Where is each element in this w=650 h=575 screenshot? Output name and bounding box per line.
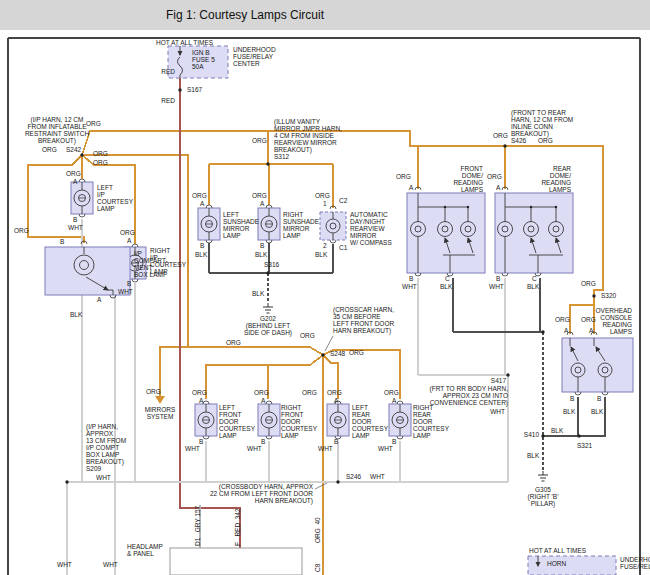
- right-front-door-courtesy-lamp: [258, 401, 280, 439]
- ground-g305-icon: [538, 471, 548, 481]
- ground-g202-icon: [263, 303, 273, 313]
- page-border: [8, 38, 640, 575]
- auto-daynight-mirror: [320, 206, 346, 243]
- headlamp-panel-switch-box: [170, 548, 302, 575]
- fuse-horn-box: [528, 556, 616, 575]
- right-sunshade-mirror-lamp: [258, 205, 280, 243]
- red-wires: [180, 78, 240, 548]
- left-ip-courtesy-lamp: [71, 179, 93, 217]
- left-rear-door-courtesy-lamp: [327, 401, 349, 439]
- overhead-console-reading-lamps: [562, 332, 633, 395]
- wiring-diagram-page: Fig 1: Courtesy Lamps Circuit: [0, 0, 650, 575]
- mirrors-system-arrow: [155, 396, 165, 404]
- left-sunshade-mirror-lamp: [198, 205, 220, 243]
- rear-dome-reading-lamps: [495, 187, 573, 276]
- left-front-door-courtesy-lamp: [195, 401, 217, 439]
- fuse-ignb-box: [168, 46, 228, 78]
- blk-wires: [209, 243, 606, 471]
- right-rear-door-courtesy-lamp: [389, 401, 411, 439]
- wiring-canvas: [0, 0, 650, 575]
- ip-compartment-box-lamp: [45, 241, 130, 298]
- front-dome-reading-lamps: [407, 187, 485, 276]
